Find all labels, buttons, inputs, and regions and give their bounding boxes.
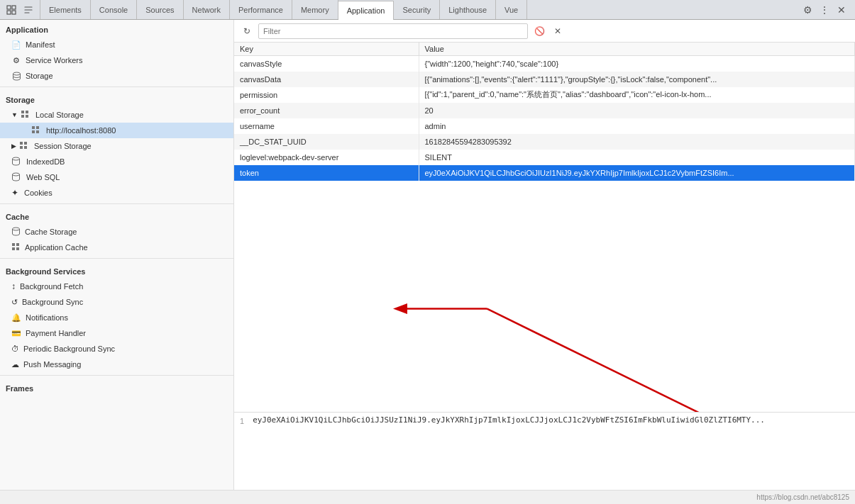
tab-application[interactable]: Application bbox=[338, 1, 395, 20]
refresh-button[interactable]: ↻ bbox=[240, 24, 254, 38]
sidebar-item-service-workers[interactable]: ⚙ Service Workers bbox=[0, 52, 233, 68]
clear-filter-button[interactable]: 🚫 bbox=[532, 24, 546, 38]
sidebar-item-payment-handler[interactable]: 💳 Payment Handler bbox=[0, 325, 233, 341]
storage-section-header: Storage bbox=[0, 90, 233, 107]
tab-vue[interactable]: Vue bbox=[496, 0, 527, 19]
close-filter-button[interactable]: ✕ bbox=[551, 24, 565, 38]
table-body: canvasStyle{"width":1200,"height":740,"s… bbox=[234, 56, 855, 181]
sidebar-item-periodic-bg-sync[interactable]: ⏱ Periodic Background Sync bbox=[0, 341, 233, 357]
svg-rect-1 bbox=[12, 6, 16, 9]
sidebar: Application 📄 Manifest ⚙ Service Workers… bbox=[0, 20, 234, 490]
session-storage-group[interactable]: ▶ Session Storage bbox=[0, 138, 233, 154]
value-text: eyJ0eXAiOiJKV1QiLCJhbGciOiJJSUzI1NiJ9.ey… bbox=[253, 415, 765, 487]
table-row[interactable]: error_count20 bbox=[234, 103, 855, 118]
table-row[interactable]: loglevel:webpack-dev-serverSILENT bbox=[234, 150, 855, 165]
table-cell-key: __DC_STAT_UUID bbox=[234, 134, 419, 150]
app-cache-icon bbox=[11, 242, 21, 253]
sidebar-item-bg-sync[interactable]: ↺ Background Sync bbox=[0, 294, 233, 310]
filter-input[interactable] bbox=[258, 23, 528, 39]
sidebar-item-push-messaging[interactable]: ☁ Push Messaging bbox=[0, 357, 233, 372]
table-cell-value: [{"animations":[],"events":{"alert":"111… bbox=[419, 72, 855, 87]
sidebar-item-storage[interactable]: Storage bbox=[0, 68, 233, 84]
table-cell-value: admin bbox=[419, 118, 855, 134]
table-row[interactable]: canvasStyle{"width":1200,"height":740,"s… bbox=[234, 56, 855, 72]
expand-arrow-local: ▼ bbox=[11, 111, 18, 118]
tab-elements[interactable]: Elements bbox=[40, 0, 91, 19]
frames-header: Frames bbox=[0, 379, 233, 396]
svg-rect-2 bbox=[7, 11, 11, 14]
svg-rect-9 bbox=[32, 126, 35, 129]
local-storage-group[interactable]: ▼ Local Storage bbox=[0, 107, 233, 123]
table-row[interactable]: permission[{"id":1,"parent_id":0,"name":… bbox=[234, 87, 855, 103]
sidebar-item-manifest[interactable]: 📄 Manifest bbox=[0, 37, 233, 52]
svg-point-18 bbox=[13, 173, 20, 176]
status-url: https://blog.csdn.net/abc8125 bbox=[756, 493, 849, 501]
table-cell-key: error_count bbox=[234, 103, 419, 118]
table-cell-key: canvasData bbox=[234, 72, 419, 87]
table-cell-key: token bbox=[234, 165, 419, 181]
main-area: Application 📄 Manifest ⚙ Service Workers… bbox=[0, 20, 855, 490]
settings-icon[interactable]: ⚙ bbox=[800, 2, 815, 18]
cache-storage-icon bbox=[11, 227, 21, 237]
expand-arrow-session: ▶ bbox=[11, 142, 16, 150]
ls-host-grid-icon bbox=[31, 125, 40, 136]
sidebar-item-indexeddb[interactable]: IndexedDB bbox=[0, 154, 233, 169]
table-cell-value: eyJ0eXAiOiJKV1QiLCJhbGciOiJIUzI1NiJ9.eyJ… bbox=[419, 165, 855, 181]
storage-table: Key Value canvasStyle{"width":1200,"heig… bbox=[234, 43, 855, 181]
table-cell-value: {"width":1200,"height":740,"scale":100} bbox=[419, 56, 855, 72]
svg-rect-21 bbox=[16, 243, 19, 246]
status-bar: https://blog.csdn.net/abc8125 bbox=[0, 490, 855, 504]
bg-fetch-icon: ↕ bbox=[11, 281, 16, 291]
payment-handler-icon: 💳 bbox=[11, 329, 21, 338]
tabs-container: Elements Console Sources Network Perform… bbox=[40, 0, 794, 19]
svg-rect-3 bbox=[12, 11, 16, 14]
table-cell-key: canvasStyle bbox=[234, 56, 419, 72]
tab-network[interactable]: Network bbox=[184, 0, 230, 19]
tab-performance[interactable]: Performance bbox=[230, 0, 292, 19]
svg-point-17 bbox=[13, 157, 20, 160]
svg-rect-12 bbox=[36, 130, 39, 133]
divider-4 bbox=[0, 375, 233, 376]
table-cell-key: loglevel:webpack-dev-server bbox=[234, 150, 419, 165]
tab-lighthouse[interactable]: Lighthouse bbox=[440, 0, 496, 19]
content-toolbar: ↻ 🚫 ✕ bbox=[234, 20, 855, 43]
svg-rect-15 bbox=[20, 146, 23, 149]
tab-bar-icons bbox=[0, 0, 40, 19]
devtools-icon1[interactable] bbox=[4, 3, 18, 17]
storage-icon bbox=[11, 71, 21, 81]
table-row[interactable]: canvasData[{"animations":[],"events":{"a… bbox=[234, 72, 855, 87]
tab-sources[interactable]: Sources bbox=[137, 0, 183, 19]
table-row[interactable]: __DC_STAT_UUID16182845594283095392 bbox=[234, 134, 855, 150]
table-cell-value: [{"id":1,"parent_id":0,"name":"系统首页","al… bbox=[419, 87, 855, 103]
tab-console[interactable]: Console bbox=[91, 0, 137, 19]
divider-3 bbox=[0, 258, 233, 259]
local-storage-grid-icon bbox=[21, 110, 30, 121]
sidebar-item-bg-fetch[interactable]: ↕ Background Fetch bbox=[0, 279, 233, 294]
sidebar-item-notifications[interactable]: 🔔 Notifications bbox=[0, 310, 233, 325]
table-cell-value: 20 bbox=[419, 103, 855, 118]
tab-security[interactable]: Security bbox=[394, 0, 440, 19]
sidebar-item-websql[interactable]: Web SQL bbox=[0, 169, 233, 185]
content-area: ↻ 🚫 ✕ Key Value canvasStyle{"width":1200… bbox=[234, 20, 855, 490]
more-icon[interactable]: ⋮ bbox=[817, 2, 832, 18]
svg-rect-20 bbox=[12, 243, 15, 246]
cache-section-header: Cache bbox=[0, 207, 233, 224]
table-row[interactable]: tokeneyJ0eXAiOiJKV1QiLCJhbGciOiJIUzI1NiJ… bbox=[234, 165, 855, 181]
sidebar-item-app-cache[interactable]: Application Cache bbox=[0, 240, 233, 255]
tab-memory[interactable]: Memory bbox=[292, 0, 338, 19]
devtools-icon2[interactable] bbox=[21, 3, 35, 17]
application-section-header: Application bbox=[0, 20, 233, 37]
notifications-icon: 🔔 bbox=[11, 313, 21, 323]
sidebar-item-cookies[interactable]: ✦ Cookies bbox=[0, 185, 233, 201]
svg-rect-11 bbox=[32, 130, 35, 133]
session-storage-grid-icon bbox=[19, 141, 28, 152]
sidebar-item-cache-storage[interactable]: Cache Storage bbox=[0, 224, 233, 240]
table-row[interactable]: usernameadmin bbox=[234, 118, 855, 134]
value-preview: 1 eyJ0eXAiOiJKV1QiLCJhbGciOiJJSUzI1NiJ9.… bbox=[234, 412, 855, 490]
col-key-header: Key bbox=[234, 43, 419, 56]
svg-rect-8 bbox=[26, 115, 28, 118]
svg-point-19 bbox=[13, 228, 20, 230]
websql-icon bbox=[11, 172, 21, 183]
sidebar-item-localhost-8080[interactable]: http://localhost:8080 bbox=[0, 123, 233, 138]
close-devtools-icon[interactable]: ✕ bbox=[834, 2, 849, 18]
